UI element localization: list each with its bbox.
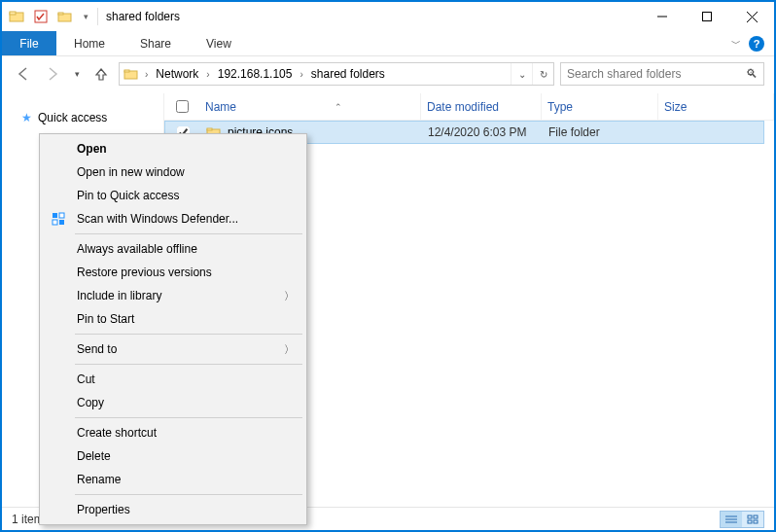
ctx-open[interactable]: Open: [42, 137, 304, 160]
svg-rect-12: [207, 128, 212, 130]
view-details-icon[interactable]: [721, 512, 742, 527]
svg-rect-13: [53, 213, 57, 218]
ctx-separator: [75, 494, 302, 495]
chevron-right-icon[interactable]: ›: [296, 69, 306, 80]
quick-access-toolbar: ▾: [6, 6, 100, 27]
svg-rect-21: [754, 515, 758, 518]
svg-rect-23: [754, 520, 758, 523]
new-folder-qat-icon[interactable]: [54, 6, 76, 27]
ctx-create-shortcut[interactable]: Create shortcut: [42, 421, 304, 444]
breadcrumb-folder[interactable]: shared folders: [307, 67, 389, 81]
ctx-pin-quick-access[interactable]: Pin to Quick access: [42, 184, 304, 207]
ctx-always-offline[interactable]: Always available offline: [42, 237, 304, 261]
breadcrumb-host[interactable]: 192.168.1.105: [214, 67, 297, 81]
up-button[interactable]: [89, 62, 113, 86]
back-button[interactable]: [12, 62, 35, 86]
recent-locations-icon[interactable]: ▾: [70, 62, 84, 86]
address-bar[interactable]: › Network › 192.168.1.105 › shared folde…: [119, 62, 554, 86]
defender-icon: [50, 212, 67, 226]
ctx-separator: [75, 233, 302, 234]
svg-rect-22: [748, 520, 752, 523]
chevron-right-icon: 〉: [284, 289, 295, 303]
ctx-open-new-window[interactable]: Open in new window: [42, 160, 304, 184]
ctx-restore-versions[interactable]: Restore previous versions: [42, 261, 304, 284]
ctx-send-to[interactable]: Send to 〉: [42, 337, 304, 361]
close-button[interactable]: [729, 2, 774, 31]
svg-rect-15: [53, 220, 57, 225]
file-type: File folder: [543, 125, 659, 139]
ctx-delete[interactable]: Delete: [42, 444, 304, 468]
chevron-right-icon[interactable]: ›: [141, 69, 152, 80]
search-placeholder: Search shared folders: [567, 67, 746, 81]
svg-rect-20: [748, 515, 752, 518]
refresh-icon[interactable]: ↻: [532, 63, 553, 85]
breadcrumb-network[interactable]: Network: [152, 67, 202, 81]
tab-home[interactable]: Home: [56, 31, 123, 55]
sidebar-item-quick-access[interactable]: ★ Quick access: [2, 107, 163, 128]
forward-button[interactable]: [41, 62, 64, 86]
window-title: shared folders: [106, 10, 180, 23]
properties-qat-icon[interactable]: [30, 6, 52, 27]
help-icon[interactable]: ?: [749, 36, 764, 52]
view-large-icons-icon[interactable]: [742, 512, 763, 527]
ctx-cut[interactable]: Cut: [42, 368, 304, 391]
tab-file[interactable]: File: [2, 31, 56, 55]
svg-rect-16: [59, 220, 64, 225]
column-size[interactable]: Size: [658, 93, 774, 120]
column-type[interactable]: Type: [542, 93, 658, 120]
ctx-separator: [75, 334, 302, 335]
maximize-button[interactable]: [685, 2, 729, 31]
chevron-right-icon[interactable]: ›: [202, 69, 213, 80]
ribbon-tabs: File Home Share View ﹀ ?: [2, 31, 774, 56]
sort-asc-icon: ⌃: [335, 102, 342, 112]
address-folder-icon: [122, 67, 141, 81]
view-toggle: [720, 511, 764, 528]
ctx-properties[interactable]: Properties: [42, 498, 304, 521]
sidebar-item-label: Quick access: [38, 111, 107, 124]
context-menu: Open Open in new window Pin to Quick acc…: [39, 133, 307, 525]
svg-rect-10: [124, 70, 129, 72]
ctx-pin-start[interactable]: Pin to Start: [42, 307, 304, 331]
svg-rect-4: [58, 13, 63, 15]
folder-app-icon: [6, 6, 27, 27]
chevron-right-icon: 〉: [284, 342, 295, 357]
search-box[interactable]: Search shared folders 🔍︎: [560, 62, 764, 86]
column-headers: Name⌃ Date modified Type Size: [164, 93, 774, 121]
expand-ribbon-icon[interactable]: ﹀: [731, 37, 741, 51]
svg-rect-6: [703, 13, 712, 21]
ctx-include-library[interactable]: Include in library 〉: [42, 284, 304, 307]
column-date[interactable]: Date modified: [421, 93, 542, 120]
column-name[interactable]: Name⌃: [199, 93, 421, 120]
search-icon[interactable]: 🔍︎: [746, 67, 758, 81]
address-dropdown-icon[interactable]: ⌄: [511, 63, 532, 85]
title-bar: ▾ shared folders: [2, 2, 774, 31]
svg-rect-14: [59, 213, 64, 218]
ctx-rename[interactable]: Rename: [42, 468, 304, 491]
tab-view[interactable]: View: [189, 31, 249, 55]
minimize-button[interactable]: [640, 2, 685, 31]
svg-rect-1: [10, 12, 16, 15]
ctx-separator: [75, 364, 302, 365]
ctx-copy[interactable]: Copy: [42, 391, 304, 414]
tab-share[interactable]: Share: [123, 31, 189, 55]
header-checkbox[interactable]: [164, 100, 199, 113]
qat-dropdown-icon[interactable]: ▾: [79, 6, 92, 27]
file-date: 12/4/2020 6:03 PM: [422, 125, 543, 139]
navigation-bar: ▾ › Network › 192.168.1.105 › shared fol…: [2, 56, 774, 91]
ctx-separator: [75, 417, 302, 418]
ctx-scan-defender[interactable]: Scan with Windows Defender...: [42, 207, 304, 231]
star-icon: ★: [21, 111, 32, 124]
